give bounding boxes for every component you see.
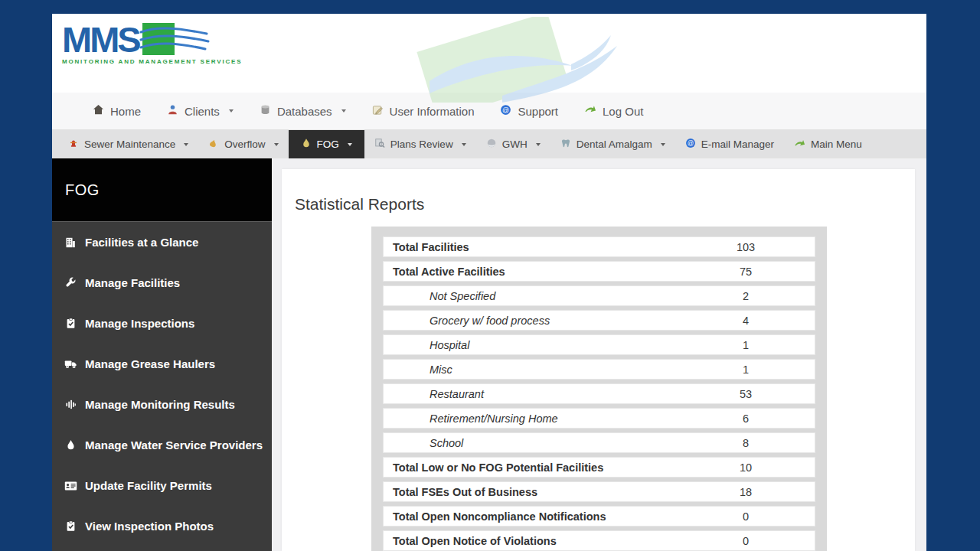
nav-dental-amalgam[interactable]: Dental Amalgam [550,130,675,158]
sidebar-item-label: View Inspection Photos [85,520,214,533]
chevron-down-icon [462,143,466,146]
nav-gwh[interactable]: GWH [476,130,550,158]
nav-home[interactable]: Home [80,93,154,129]
page-title: Statistical Reports [295,195,915,214]
sidebar-item-update-facility-permits[interactable]: Update Facility Permits [52,465,272,506]
row-label: Total Low or No FOG Potential Facilities [384,461,677,474]
row-label: Not Specified [384,290,677,302]
sidebar-item-label: Manage Facilities [85,276,180,289]
sidebar-item-manage-monitoring-results[interactable]: Manage Monitoring Results [52,384,272,425]
table-row: Restaurant53 [383,383,815,404]
row-label: Total FSEs Out of Business [384,486,677,498]
support-at-icon: @ [500,104,511,118]
logo-watermark [387,17,648,106]
table-row: Not Specified2 [383,285,815,306]
row-value: 8 [677,437,815,449]
nav-clients[interactable]: Clients [154,93,247,129]
logo-green-square [142,23,175,55]
database-icon [260,104,271,118]
svg-text:@: @ [687,139,693,147]
nav-label: E-mail Manager [701,139,774,150]
top-nav: Home Clients Databases User Information … [52,93,926,130]
sidebar-item-manage-grease-haulers[interactable]: Manage Grease Haulers [52,344,272,384]
row-label: Total Open Notice of Violations [384,535,677,547]
chevron-down-icon [229,109,234,112]
building-icon [64,236,77,249]
menu-arrow-icon [794,138,805,151]
logo-wave-icon [139,26,210,57]
table-row: Total Open Notice of Violations0 [383,530,815,551]
row-value: 18 [677,486,815,498]
table-row: Total Active Facilities75 [383,261,815,282]
chevron-down-icon [274,143,279,146]
row-label: School [384,437,677,449]
row-value: 53 [677,388,815,400]
sidebar-item-manage-facilities[interactable]: Manage Facilities [52,262,272,303]
row-label: Total Open Noncompliance Notifications [384,510,677,523]
sidebar-item-label: Update Facility Permits [85,479,212,492]
nav-fog[interactable]: FOG [289,130,364,158]
truck-icon [64,358,77,370]
sidebar-item-manage-water-service-providers[interactable]: Manage Water Service Providers [52,425,272,465]
nav-label: Dental Amalgam [577,139,652,150]
content-card: Statistical Reports Total Facilities103T… [282,169,915,551]
row-value: 1 [677,339,815,351]
nav-label: Main Menu [811,139,862,150]
nav-main-menu[interactable]: Main Menu [784,130,872,158]
sidebar-item-label: Manage Inspections [85,317,194,330]
table-row: Total Open Noncompliance Notifications0 [383,506,815,527]
nav-plans-review[interactable]: Plans Review [364,130,476,158]
table-row: Total FSEs Out of Business18 [383,481,815,502]
row-label: Total Active Facilities [384,266,677,278]
nav-log-out[interactable]: Log Out [571,93,656,129]
row-value: 103 [677,241,815,253]
app-window: MMS MONITORING AND MANAGEMENT SERVICES [52,14,926,551]
id-card-icon [64,481,77,491]
droplet-icon [64,439,77,451]
nav-label: Sewer Maintenance [84,139,175,150]
note-pencil-icon [372,104,384,118]
module-nav: Sewer Maintenance Overflow FOG Plans Rev… [52,130,926,158]
sidebar: FOG Facilities at a Glance Manage Facili… [52,158,272,551]
row-label: Restaurant [384,388,677,400]
nav-email-manager[interactable]: @ E-mail Manager [675,130,784,158]
nav-label: GWH [502,139,528,150]
nav-support[interactable]: @ Support [487,93,571,129]
row-value: 0 [677,510,815,523]
nav-databases[interactable]: Databases [247,93,359,129]
sidebar-item-manage-inspections[interactable]: Manage Inspections [52,303,272,344]
nav-sewer-maintenance[interactable]: Sewer Maintenance [58,130,198,158]
grease-drop-icon [301,138,312,151]
table-row: Misc1 [383,359,815,380]
logo-tagline: MONITORING AND MANAGEMENT SERVICES [62,58,242,65]
clipboard-check-icon [64,318,77,329]
sidebar-item-view-inspection-photos[interactable]: View Inspection Photos [52,506,272,546]
nav-user-information[interactable]: User Information [359,93,488,129]
person-icon [167,104,178,118]
site-header: MMS MONITORING AND MANAGEMENT SERVICES [52,14,926,93]
row-value: 0 [677,535,815,547]
chevron-down-icon [536,143,541,146]
table-row: Hospital1 [383,334,815,355]
mms-logo[interactable]: MMS MONITORING AND MANAGEMENT SERVICES [62,23,242,65]
chevron-down-icon [348,143,352,146]
chevron-down-icon [341,109,346,112]
logo-wordmark: MMS [62,23,139,56]
nav-overflow[interactable]: Overflow [198,130,288,158]
svg-text:@: @ [502,106,509,114]
row-value: 6 [677,412,815,425]
row-label: Total Facilities [384,241,677,253]
table-row: Retirement/Nursing Home6 [383,408,815,429]
row-value: 1 [677,364,815,376]
table-row: Grocery w/ food process4 [383,310,815,331]
nav-label: Databases [277,105,332,118]
nav-label: Clients [185,105,220,118]
logout-arrow-icon [584,104,596,118]
report-table: Total Facilities103Total Active Faciliti… [371,227,827,551]
sidebar-item-facilities-at-a-glance[interactable]: Facilities at a Glance [52,222,272,262]
nav-label: Overflow [224,139,265,150]
home-icon [93,104,104,118]
nav-label: Home [110,105,141,118]
hydrant-icon [68,138,79,151]
splash-icon [208,138,219,151]
